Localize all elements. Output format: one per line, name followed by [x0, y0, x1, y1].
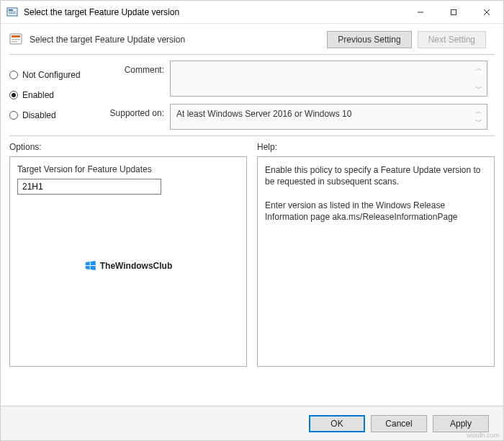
state-radios: Not Configured Enabled Disabled	[9, 61, 99, 130]
options-panel: Options: Target Version for Feature Upda…	[9, 142, 247, 367]
close-button[interactable]	[470, 1, 503, 23]
help-label: Help:	[257, 142, 495, 156]
attribution-text: wsxdn.com	[467, 432, 499, 439]
svg-rect-11	[12, 41, 17, 43]
radio-disabled[interactable]: Disabled	[9, 105, 99, 125]
radio-icon	[9, 71, 18, 79]
svg-rect-9	[12, 35, 20, 37]
cancel-button[interactable]: Cancel	[371, 415, 427, 432]
svg-marker-13	[91, 261, 96, 265]
radio-icon	[9, 111, 18, 120]
watermark-text: TheWindowsClub	[100, 261, 173, 271]
svg-rect-5	[451, 9, 456, 14]
policy-icon	[9, 33, 22, 46]
svg-rect-3	[9, 13, 16, 14]
help-text: Enable this policy to specify a Feature …	[265, 164, 487, 223]
radio-enabled[interactable]: Enabled	[9, 85, 99, 105]
windows-flag-icon	[84, 259, 97, 272]
policy-header: Select the target Feature Update version…	[1, 24, 503, 54]
window-title: Select the target Feature Update version	[24, 7, 404, 17]
comment-label: Comment:	[99, 61, 164, 75]
supported-on-label: Supported on:	[99, 104, 164, 118]
help-box: Enable this policy to specify a Feature …	[257, 156, 495, 367]
watermark: TheWindowsClub	[84, 259, 173, 272]
policy-app-icon	[6, 6, 18, 18]
radio-label: Disabled	[22, 110, 56, 120]
svg-rect-2	[9, 12, 16, 12]
previous-setting-button[interactable]: Previous Setting	[327, 31, 411, 48]
options-label: Options:	[9, 142, 247, 156]
svg-rect-10	[12, 39, 20, 40]
titlebar: Select the target Feature Update version	[1, 1, 503, 24]
target-version-label: Target Version for Feature Updates	[17, 164, 239, 174]
window-controls	[404, 1, 503, 23]
apply-button[interactable]: Apply	[433, 415, 489, 432]
policy-title: Select the target Feature Update version	[30, 35, 320, 45]
radio-label: Not Configured	[22, 70, 81, 80]
radio-icon	[9, 91, 18, 99]
options-box: Target Version for Feature Updates TheWi…	[9, 156, 247, 367]
scroll-down-icon[interactable]: ﹀	[474, 84, 484, 94]
help-panel: Help: Enable this policy to specify a Fe…	[257, 142, 495, 367]
svg-marker-14	[86, 266, 90, 270]
svg-rect-1	[9, 9, 13, 11]
target-version-input[interactable]	[17, 179, 161, 195]
scroll-down-icon[interactable]: ﹀	[474, 117, 484, 127]
radio-not-configured[interactable]: Not Configured	[9, 65, 99, 85]
minimize-button[interactable]	[404, 1, 437, 23]
supported-on-value: At least Windows Server 2016 or Windows …	[176, 109, 351, 119]
scroll-up-icon[interactable]: ︿	[474, 63, 484, 74]
svg-marker-15	[91, 266, 96, 270]
comment-textarea[interactable]: ︿ ﹀	[170, 61, 487, 97]
svg-marker-12	[86, 262, 90, 265]
ok-button[interactable]: OK	[309, 415, 365, 432]
next-setting-button: Next Setting	[418, 31, 486, 48]
radio-label: Enabled	[22, 90, 54, 100]
scroll-up-icon[interactable]: ︿	[474, 107, 484, 117]
supported-on-box: At least Windows Server 2016 or Windows …	[170, 104, 487, 130]
maximize-button[interactable]	[437, 1, 470, 23]
dialog-footer: OK Cancel Apply	[1, 406, 503, 440]
